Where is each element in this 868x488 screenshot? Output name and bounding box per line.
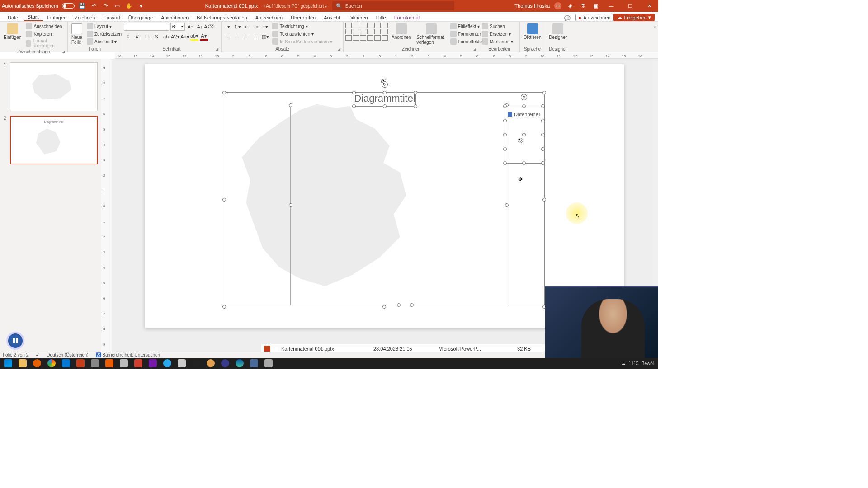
spacing-button[interactable]: AV▾: [171, 33, 179, 41]
share-button[interactable]: ☁ Freigeben ▾: [613, 14, 655, 21]
chrome-icon[interactable]: [45, 358, 58, 368]
tab-formformat[interactable]: Formformat: [390, 15, 424, 21]
language-indicator[interactable]: Deutsch (Österreich): [47, 352, 88, 357]
font-launcher-icon[interactable]: ◢: [216, 47, 218, 51]
arrange-button[interactable]: Anordnen: [390, 23, 413, 41]
numbering-button[interactable]: ⒈▾: [233, 23, 241, 31]
strike-button[interactable]: S: [152, 33, 160, 41]
tab-aufzeichnen[interactable]: Aufzeichnen: [251, 15, 287, 21]
designer-button[interactable]: Designer: [547, 23, 569, 41]
columns-button[interactable]: ▥▾: [261, 33, 269, 41]
slideshow-icon[interactable]: ▭: [113, 2, 122, 10]
clear-format-icon[interactable]: A⌫: [205, 23, 213, 31]
obs-icon[interactable]: [190, 358, 203, 368]
dictate-button[interactable]: Diktieren: [522, 23, 543, 41]
powerpoint-icon[interactable]: [74, 358, 87, 368]
close-button[interactable]: ✕: [642, 0, 656, 12]
tab-animationen[interactable]: Animationen: [157, 15, 193, 21]
accessibility-indicator[interactable]: ♿ Barrierefreiheit: Untersuchen: [96, 352, 160, 357]
align-text-button[interactable]: Text ausrichten ▾: [271, 30, 333, 38]
onenote-icon[interactable]: [146, 358, 159, 368]
window-layout-icon[interactable]: ▣: [591, 2, 599, 10]
tab-start[interactable]: Start: [24, 14, 43, 21]
align-center-button[interactable]: ≡: [233, 33, 241, 41]
rotate-handle-icon[interactable]: ↻: [382, 81, 388, 88]
collapse-ribbon-icon[interactable]: ⌄: [651, 22, 658, 52]
saved-location[interactable]: • Auf "diesem PC" gespeichert ▾: [264, 4, 327, 9]
app-icon[interactable]: [89, 358, 101, 368]
bold-button[interactable]: F: [124, 33, 132, 41]
tab-hilfe[interactable]: Hilfe: [372, 15, 390, 21]
recording-pause-button[interactable]: [8, 333, 23, 348]
firefox-icon[interactable]: [31, 358, 43, 368]
new-slide-button[interactable]: Neue Folie: [70, 23, 84, 46]
vlc-icon[interactable]: [103, 358, 116, 368]
telegram-icon[interactable]: [161, 358, 174, 368]
highlight-button[interactable]: ab▾: [190, 33, 198, 41]
decrease-font-icon[interactable]: A↓: [196, 23, 204, 31]
paste-button[interactable]: Einfügen: [2, 23, 23, 41]
app-icon[interactable]: [248, 358, 260, 368]
increase-font-icon[interactable]: A↑: [186, 23, 194, 31]
tab-ueberpruefen[interactable]: Überprüfen: [287, 15, 320, 21]
qat-more-icon[interactable]: ▾: [137, 2, 145, 10]
rotate-handle-icon[interactable]: ↻: [521, 94, 527, 100]
tab-entwurf[interactable]: Entwurf: [99, 15, 124, 21]
app-icon[interactable]: [262, 358, 275, 368]
quick-styles-button[interactable]: Schnellformat-vorlagen: [415, 23, 447, 46]
user-avatar[interactable]: TH: [554, 2, 561, 9]
slide-thumb-2[interactable]: Diagrammtitel: [10, 116, 98, 164]
font-family-combo[interactable]: [124, 23, 169, 31]
redo-icon[interactable]: ↷: [102, 2, 110, 10]
drawing-launcher-icon[interactable]: ◢: [473, 47, 476, 51]
text-direction-button[interactable]: Textrichtung ▾: [271, 23, 333, 30]
tab-ansicht[interactable]: Ansicht: [320, 15, 344, 21]
start-button[interactable]: [2, 358, 14, 368]
tab-datei[interactable]: Datei: [4, 15, 24, 21]
diamond-icon[interactable]: ◈: [566, 2, 574, 10]
app-icon[interactable]: [118, 358, 130, 368]
slide-thumbnails-pane[interactable]: 1 2 Diagrammtitel: [0, 59, 101, 362]
autosave-toggle[interactable]: [62, 3, 75, 9]
shapes-gallery[interactable]: [345, 23, 388, 41]
copy-button[interactable]: Kopieren: [25, 30, 66, 38]
maximize-button[interactable]: ☐: [623, 0, 637, 12]
layout-button[interactable]: Layout ▾: [86, 23, 123, 30]
app-icon[interactable]: [204, 358, 217, 368]
spellcheck-icon[interactable]: ✔: [36, 352, 39, 357]
app-icon[interactable]: [175, 358, 188, 368]
italic-button[interactable]: K: [133, 33, 142, 41]
shadow-button[interactable]: ab: [162, 33, 170, 41]
reset-button[interactable]: Zurücksetzen: [86, 30, 123, 38]
find-button[interactable]: Suchen: [481, 23, 514, 30]
undo-icon[interactable]: ↶: [90, 2, 98, 10]
tab-zeichnen[interactable]: Zeichnen: [71, 15, 99, 21]
explorer-icon[interactable]: [16, 358, 29, 368]
align-left-button[interactable]: ≡: [223, 33, 231, 41]
search-box[interactable]: 🔍 Suchen: [332, 1, 454, 10]
chart-title-box[interactable]: ↻ Diagrammtitel: [354, 92, 416, 107]
app-icon[interactable]: [132, 358, 145, 368]
section-button[interactable]: Abschnitt ▾: [86, 38, 123, 45]
font-color-button[interactable]: A▾: [200, 33, 208, 41]
align-right-button[interactable]: ≡: [242, 33, 250, 41]
slide-thumb-1[interactable]: [10, 62, 98, 111]
coming-soon-icon[interactable]: ⚗: [579, 2, 587, 10]
weather-icon[interactable]: ☁: [621, 361, 626, 366]
minimize-button[interactable]: —: [604, 0, 618, 12]
tab-uebergaenge[interactable]: Übergänge: [124, 15, 157, 21]
tab-bildschirmpraesentation[interactable]: Bildschirmpräsentation: [193, 15, 251, 21]
app-icon[interactable]: [219, 358, 231, 368]
select-button[interactable]: Markieren ▾: [481, 38, 514, 45]
comments-icon[interactable]: 💬: [564, 15, 575, 21]
paragraph-launcher-icon[interactable]: ◢: [338, 47, 340, 51]
save-icon[interactable]: 💾: [78, 2, 86, 10]
underline-button[interactable]: U: [143, 33, 151, 41]
format-painter-button[interactable]: Format übertragen: [25, 38, 66, 49]
touch-icon[interactable]: ✋: [125, 2, 133, 10]
record-button[interactable]: ● Aufzeichnen: [575, 14, 613, 21]
plot-area-box[interactable]: [290, 105, 507, 305]
cut-button[interactable]: Ausschneiden: [25, 23, 66, 30]
replace-button[interactable]: Ersetzen ▾: [481, 30, 514, 38]
legend-box[interactable]: ↻ Datenreihe1 ↻: [505, 106, 543, 164]
